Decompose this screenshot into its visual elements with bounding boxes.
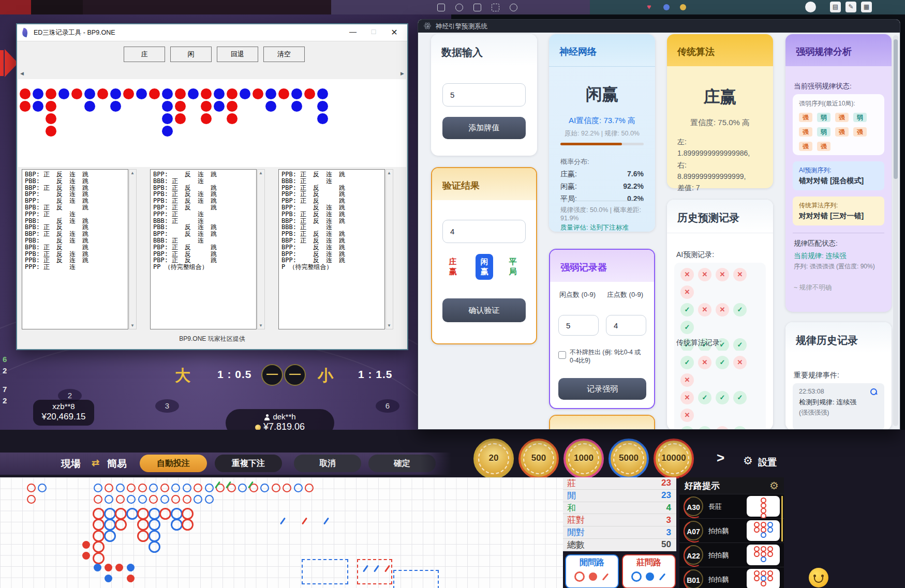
good-road-gear-icon[interactable]: ⚙: [769, 479, 779, 492]
tool-button-0[interactable]: 庄: [124, 47, 165, 62]
cross-icon: ✕: [680, 285, 694, 299]
minus-coin-icon[interactable]: —: [284, 364, 306, 386]
good-road-scrollbar[interactable]: [781, 496, 783, 541]
edit-button[interactable]: ✎: [845, 2, 856, 12]
add-card-button[interactable]: 添加牌值: [442, 117, 526, 139]
scroll-left-icon[interactable]: ◀: [20, 71, 24, 76]
bar-button-2[interactable]: 取消: [294, 455, 361, 472]
verify-option-banker[interactable]: 庄赢: [448, 257, 458, 277]
pattern-row: BPP:反连跳: [281, 204, 384, 211]
banker-ask-road-button[interactable]: 莊問路: [622, 554, 676, 588]
canvas-hscrollbar[interactable]: ◀ ▶: [18, 70, 406, 78]
player-points-input[interactable]: [558, 315, 599, 336]
strength-badge: 弱: [817, 127, 830, 137]
tool-button-2[interactable]: 回退: [217, 47, 258, 62]
road-dot: [754, 551, 760, 557]
bigroad-circle: [93, 552, 105, 564]
natural-win-checkbox[interactable]: [558, 351, 566, 359]
bar-button-0[interactable]: 自動投注: [140, 455, 207, 472]
confirm-verify-button[interactable]: 确认验证: [442, 298, 526, 322]
apps-button[interactable]: ▦: [861, 2, 872, 12]
calendar-icon[interactable]: [473, 4, 481, 11]
tool-window-titlebar[interactable]: ED三珠记录工具 - BP9.ONE — □ ✕: [17, 24, 407, 41]
fullscreen-icon[interactable]: [492, 4, 499, 11]
chip-10000[interactable]: 10000: [654, 439, 694, 479]
player-ask-road-button[interactable]: 閒問路: [565, 554, 619, 588]
good-road-row[interactable]: B01拍拍黐: [679, 567, 784, 588]
chip-20[interactable]: 20: [473, 439, 514, 479]
avatar[interactable]: [805, 2, 816, 12]
smiley-icon[interactable]: [809, 568, 828, 587]
scrollbar-thumb[interactable]: [894, 39, 898, 179]
player-plate: xzb**8 ¥20,469.15: [33, 400, 94, 426]
bead-player: [214, 88, 225, 99]
tool-button-1[interactable]: 闲: [170, 47, 212, 62]
slash-mark: [302, 517, 307, 524]
maximize-button[interactable]: □: [366, 27, 381, 36]
chip-1000[interactable]: 1000: [563, 439, 604, 479]
verify-option-player-selected[interactable]: 闲赢: [476, 254, 493, 280]
pattern-row: PP （待完整组合）: [153, 264, 256, 270]
minus-coin-icon[interactable]: —: [261, 364, 283, 386]
bar-button-3[interactable]: 確定: [368, 455, 436, 472]
good-road-row[interactable]: A30長莊: [679, 494, 784, 518]
pearl-circle: [127, 495, 136, 504]
bigroad-circle: [137, 519, 149, 531]
more-chips-button[interactable]: >: [717, 450, 724, 466]
record-strength-button[interactable]: 记录强弱: [558, 378, 646, 400]
swap-icon[interactable]: ⇄: [92, 457, 99, 469]
pattern-list-1[interactable]: BPP:反连跳BBB:正连BPB:正反跳PPB:正反连跳PPB:正反连跳PBP:…: [150, 169, 257, 329]
pattern-scrollbar-1[interactable]: ▲▼: [257, 169, 265, 329]
pattern-list-2[interactable]: PPB:正反连跳BBB:正连PBP:正反跳PBP:正反跳PBP:正反跳BPP:反…: [278, 169, 385, 329]
check-icon: ✓: [680, 356, 694, 369]
heart-icon[interactable]: ♥: [647, 3, 651, 11]
help-icon[interactable]: [510, 4, 517, 11]
bigroad-circle: [104, 519, 116, 531]
mode-simple[interactable]: 簡易: [107, 457, 127, 471]
pattern-list-0[interactable]: BBP:正反连跳PBB:反连跳BBP:正反连跳BPP:反连跳BPP:反连跳BPB…: [22, 169, 128, 329]
close-button[interactable]: ✕: [387, 27, 402, 37]
mode-live[interactable]: 現場: [61, 457, 81, 471]
settings-gear-icon[interactable]: ⚙: [743, 455, 753, 467]
prediction-scrollbar[interactable]: [893, 35, 898, 426]
road-code-badge: B01: [684, 569, 703, 588]
bead-banker: [304, 88, 315, 99]
verify-input[interactable]: [442, 220, 526, 243]
tool-window-footer: BP9.ONE 玩家社区提供: [17, 335, 407, 343]
cut-panel: [549, 415, 655, 430]
record-icon[interactable]: [437, 4, 445, 11]
roadmap-grid[interactable]: [0, 477, 563, 588]
notes-button[interactable]: ▤: [830, 2, 841, 12]
road-dot: [761, 532, 766, 538]
scroll-right-icon[interactable]: ▶: [400, 71, 404, 76]
coin-icon[interactable]: [680, 4, 686, 10]
pattern-scrollbar-0[interactable]: ▲▼: [129, 169, 137, 329]
pearl-circle: [171, 484, 180, 492]
verify-option-tie[interactable]: 平局: [508, 257, 518, 277]
pk-icon[interactable]: [663, 4, 670, 10]
good-road-row[interactable]: A07拍拍黐: [679, 518, 784, 542]
quality-line: 质量评估: 达到下注标准: [560, 223, 629, 232]
history-panel: 历史预测记录 AI预测记录: ✕✕✕✕✕✓✕✕✓✓✓✓✓✓✓✕✕✓✓✕ 传统算法…: [667, 200, 773, 430]
timer-icon[interactable]: [455, 4, 463, 11]
bead-canvas[interactable]: [18, 79, 406, 167]
neural-confidence: AI置信度: 73.7% 高: [549, 116, 655, 126]
table-number-pad[interactable]: 6: [376, 399, 399, 413]
chip-5000[interactable]: 5000: [609, 439, 649, 479]
chip-500[interactable]: 500: [518, 439, 559, 479]
pattern-scrollbar-2[interactable]: ▲▼: [385, 169, 393, 329]
bar-button-1[interactable]: 重複下注: [215, 455, 282, 472]
table-number-pad[interactable]: 3: [155, 399, 179, 413]
card-value-input[interactable]: [442, 83, 526, 107]
bead-player: [162, 88, 173, 99]
minimize-button[interactable]: —: [345, 27, 361, 36]
ai-seq-value: 错对对错 [混合模式]: [793, 176, 884, 186]
settings-button[interactable]: 設置: [758, 456, 777, 469]
good-road-row[interactable]: A22拍拍黐: [679, 542, 784, 567]
prediction-window-titlebar[interactable]: 神经引擎预测系统: [418, 20, 900, 33]
banker-points-input[interactable]: [606, 315, 646, 336]
tool-button-3[interactable]: 清空: [263, 47, 305, 62]
prediction-window: 神经引擎预测系统 数据输入 添加牌值 验证结果 庄赢 闲赢 平局 确认验证 神经…: [418, 19, 900, 430]
bead-recorder-window: ED三珠记录工具 - BP9.ONE — □ ✕ 庄闲回退清空 ◀ ▶ BBP:…: [16, 23, 408, 350]
cross-icon: ✕: [716, 426, 729, 430]
